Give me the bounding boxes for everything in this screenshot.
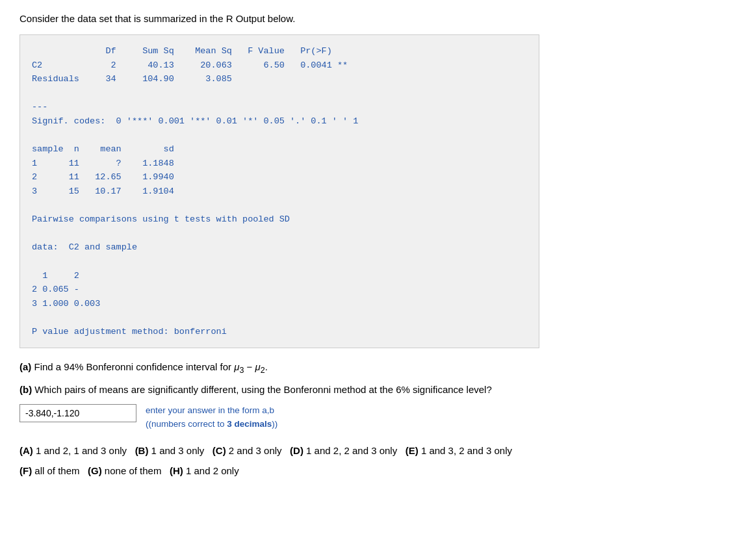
- option-E-label: (E): [406, 445, 419, 456]
- question-b-section: (b) Which pairs of means are significant…: [19, 384, 716, 395]
- option-A-label: (A): [19, 445, 33, 456]
- option-G-label: (G): [88, 465, 102, 476]
- option-D-label: (D): [290, 445, 303, 456]
- option-C-label: (C): [213, 445, 226, 456]
- option-F-label: (F): [19, 465, 32, 476]
- hint-prefix: (numbers correct to: [149, 419, 227, 429]
- options-row-2: (F) all of them (G) none of them (H) 1 a…: [19, 463, 716, 479]
- hint-line1: enter your answer in the form a,b: [146, 405, 274, 415]
- option-H-label: (H): [170, 465, 183, 476]
- answer-row: enter your answer in the form a,b ((numb…: [19, 404, 716, 431]
- answer-hint: enter your answer in the form a,b ((numb…: [146, 404, 277, 431]
- option-B-label: (B): [135, 445, 149, 456]
- intro-text: Consider the data set that is summarized…: [19, 13, 716, 24]
- r-output-box: Df Sum Sq Mean Sq F Value Pr(>F) C2 2 40…: [19, 34, 539, 348]
- hint-suffix: ): [272, 419, 275, 429]
- question-b-label: (b): [19, 384, 32, 395]
- hint-bold: 3 decimals: [227, 419, 272, 429]
- question-a-section: (a) Find a 94% Bonferonni confidence int…: [19, 361, 716, 375]
- r-output-pre: Df Sum Sq Mean Sq F Value Pr(>F) C2 2 40…: [32, 44, 527, 338]
- options-row-1: (A) 1 and 2, 1 and 3 only (B) 1 and 3 on…: [19, 442, 716, 459]
- answer-input[interactable]: [19, 404, 136, 422]
- question-a-label: (a): [19, 361, 31, 372]
